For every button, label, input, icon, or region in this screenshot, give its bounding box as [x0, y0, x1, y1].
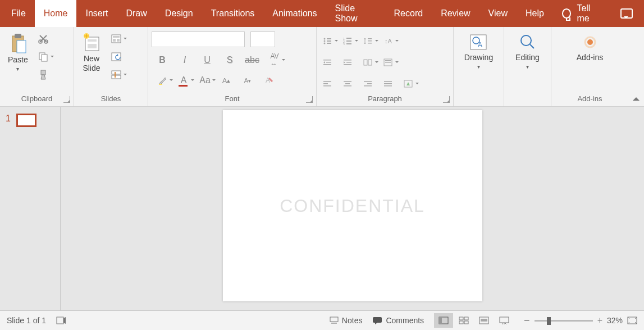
normal-view-button[interactable]: [434, 313, 453, 328]
columns-button[interactable]: [360, 55, 375, 70]
fit-icon: [627, 317, 637, 324]
svg-rect-40: [323, 64, 331, 65]
tab-insert[interactable]: Insert: [76, 0, 117, 27]
comments-icon[interactable]: [620, 8, 633, 19]
decrease-indent-button[interactable]: [320, 55, 335, 70]
tab-draw[interactable]: Draw: [117, 0, 156, 27]
thumbnail-1[interactable]: 1: [6, 114, 54, 127]
slide-counter[interactable]: Slide 1 of 1: [7, 316, 46, 325]
notes-button[interactable]: Notes: [330, 316, 363, 325]
justify-button[interactable]: [381, 76, 395, 91]
align-right-button[interactable]: [360, 76, 375, 91]
dialog-launcher-paragraph[interactable]: [443, 96, 450, 103]
group-slides: New Slide Slides: [74, 27, 148, 106]
svg-point-26: [324, 43, 326, 44]
svg-rect-48: [385, 62, 391, 63]
svg-rect-74: [459, 317, 463, 320]
slide[interactable]: CONFIDENTIAL: [223, 110, 482, 301]
strikethrough-button[interactable]: abc: [245, 53, 259, 67]
increase-indent-button[interactable]: [340, 55, 355, 70]
alignleft-icon: [323, 80, 332, 87]
smartart-icon: [404, 80, 413, 88]
bullets-icon: [323, 37, 332, 45]
find-icon: [518, 33, 537, 52]
character-spacing-button[interactable]: AV↔: [267, 53, 282, 67]
numbering-icon: 123: [343, 37, 352, 45]
slideshow-view-button[interactable]: [495, 313, 514, 328]
line-spacing-button[interactable]: [360, 34, 375, 48]
shadow-button[interactable]: S: [222, 53, 237, 67]
align-center-button[interactable]: [340, 76, 355, 91]
tab-record[interactable]: Record: [385, 0, 432, 27]
status-bar: Slide 1 of 1 Notes Comments − + 32%: [0, 310, 644, 330]
paste-button[interactable]: Paste ▾: [3, 30, 33, 75]
aligncenter-icon: [343, 80, 352, 87]
addins-button[interactable]: Add-ins: [572, 30, 608, 65]
zoom-percent[interactable]: 32%: [607, 316, 623, 325]
notes-label: Notes: [342, 316, 363, 325]
drawing-button[interactable]: A Drawing ▾: [460, 30, 497, 73]
font-size-combo[interactable]: [250, 31, 275, 47]
change-case-button[interactable]: Aa: [198, 73, 212, 88]
svg-rect-59: [384, 83, 392, 84]
fit-to-window-button[interactable]: [627, 317, 637, 324]
tab-view[interactable]: View: [479, 0, 517, 27]
tab-transitions[interactable]: Transitions: [202, 0, 264, 27]
slide-canvas[interactable]: CONFIDENTIAL: [61, 107, 644, 310]
comments-button[interactable]: Comments: [372, 316, 424, 325]
tab-animations[interactable]: Animations: [263, 0, 326, 27]
zoom-out-button[interactable]: −: [524, 315, 530, 327]
zoom-slider[interactable]: [535, 320, 593, 322]
decrease-font-button[interactable]: A▾: [240, 73, 255, 88]
highlight-icon: [158, 76, 167, 85]
tell-me-search[interactable]: Tell me: [553, 3, 611, 24]
font-family-combo[interactable]: [152, 31, 245, 47]
align-text-button[interactable]: [381, 55, 395, 70]
sorter-view-button[interactable]: [454, 313, 473, 328]
dialog-launcher-clipboard[interactable]: [63, 96, 70, 103]
reading-icon: [479, 317, 489, 324]
svg-rect-73: [439, 317, 442, 324]
tab-slideshow[interactable]: Slide Show: [326, 0, 385, 27]
layout-icon: [111, 34, 121, 43]
section-icon: [111, 70, 121, 79]
svg-rect-77: [464, 321, 468, 324]
svg-rect-35: [368, 40, 372, 42]
cut-button[interactable]: [36, 31, 51, 46]
bold-button[interactable]: B: [155, 53, 170, 67]
collapse-ribbon-button[interactable]: [628, 27, 644, 106]
editing-button[interactable]: Editing ▾: [511, 30, 544, 73]
section-button[interactable]: [109, 67, 124, 82]
font-color-button[interactable]: A: [176, 73, 191, 88]
reading-view-button[interactable]: [474, 313, 494, 328]
copy-button[interactable]: [36, 49, 51, 64]
reset-button[interactable]: [109, 49, 124, 64]
tab-review[interactable]: Review: [432, 0, 479, 27]
new-slide-button[interactable]: New Slide: [77, 30, 106, 75]
tab-design[interactable]: Design: [156, 0, 202, 27]
zoom-in-button[interactable]: +: [597, 315, 602, 326]
slide-thumbnails-panel[interactable]: 1: [0, 107, 61, 310]
highlight-button[interactable]: [155, 73, 170, 88]
italic-button[interactable]: I: [177, 53, 192, 67]
dialog-launcher-font[interactable]: [306, 96, 313, 103]
zoom-slider-handle[interactable]: [547, 317, 551, 325]
increase-font-button[interactable]: A▴: [219, 73, 234, 88]
bullets-button[interactable]: [320, 34, 335, 48]
accessibility-button[interactable]: [56, 316, 66, 325]
numbering-button[interactable]: 123: [340, 34, 355, 48]
tab-home[interactable]: Home: [35, 0, 77, 27]
tab-help[interactable]: Help: [517, 0, 553, 27]
smartart-button[interactable]: [401, 76, 415, 91]
align-left-button[interactable]: [320, 76, 335, 91]
group-font: B I U S abc AV↔ A Aa A▴ A▾ A Font: [148, 27, 317, 106]
format-painter-button[interactable]: [36, 67, 51, 82]
zoom-control: − + 32%: [524, 315, 637, 327]
tab-file[interactable]: File: [2, 0, 35, 27]
linespacing-icon: [363, 37, 372, 45]
layout-button[interactable]: [109, 31, 124, 46]
text-direction-button[interactable]: ↕A: [381, 34, 395, 48]
clear-formatting-button[interactable]: A: [262, 73, 276, 88]
comment-icon: [372, 317, 382, 324]
underline-button[interactable]: U: [200, 53, 214, 67]
